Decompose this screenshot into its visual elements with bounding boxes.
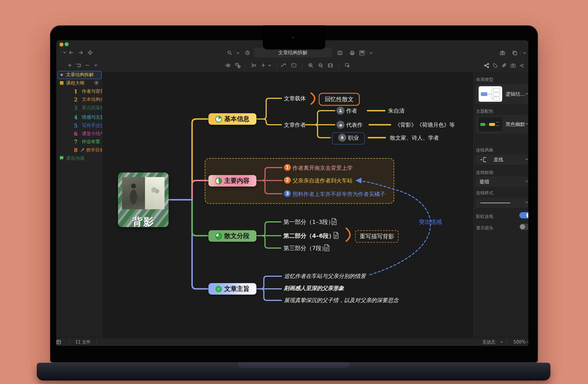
topic-basic-info[interactable]: 基本信息 xyxy=(208,113,256,125)
sidebar-item-1[interactable]: 1作者与背景介绍 xyxy=(56,88,102,95)
back-icon[interactable] xyxy=(68,50,74,55)
screenshot-camera-icon[interactable] xyxy=(500,50,505,56)
note-doc-icon[interactable] xyxy=(333,232,339,239)
note-doc-icon[interactable] xyxy=(324,244,330,251)
line-style-value: 直线 xyxy=(494,156,503,163)
sidebar-item-7[interactable]: 7作业布置 xyxy=(56,138,102,145)
theme-value: 黑色幽默 xyxy=(506,121,525,128)
idea-item-1[interactable]: 追忆作者在车站与父亲分别的情景 xyxy=(284,272,366,279)
window-zoom-button[interactable] xyxy=(65,42,69,46)
tab-image-icon[interactable] xyxy=(510,63,516,68)
idea-item-2[interactable]: 刻画感人至深的父亲形象 xyxy=(284,285,344,291)
tab-format-icon[interactable] xyxy=(484,63,490,68)
insert-topic-icon[interactable] xyxy=(225,62,231,68)
fit-to-screen-icon[interactable] xyxy=(327,62,333,68)
content-item-2[interactable]: 父亲亲自送作者到火车站 xyxy=(293,177,353,184)
state-selector[interactable]: 无状态 xyxy=(482,339,495,345)
search-options-chevron-icon[interactable] xyxy=(236,51,240,55)
sidebar-item-8[interactable]: 8 教学目标... xyxy=(56,147,102,153)
sheet-list-chevron-icon[interactable] xyxy=(94,64,98,67)
select-tool-icon[interactable] xyxy=(345,62,351,68)
sidebar-item-2[interactable]: 2文本结构分析 xyxy=(56,96,102,103)
line-pattern-card[interactable] xyxy=(476,198,528,208)
insert-element-plus-icon[interactable] xyxy=(261,63,266,68)
central-topic[interactable]: 背影 xyxy=(118,172,169,227)
zoom-level[interactable]: 500% xyxy=(513,339,526,345)
subtopic-occupation[interactable]: 职业 xyxy=(348,134,359,141)
sheet-tab-icon[interactable] xyxy=(76,63,81,68)
tab-tag-icon[interactable] xyxy=(492,63,498,68)
topic-essay-sections[interactable]: 散文分段 xyxy=(208,230,256,242)
layout-dropdown-chevron-icon[interactable] xyxy=(525,92,528,95)
line-style-chevron-icon[interactable] xyxy=(525,158,528,161)
tab-attachment-icon[interactable] xyxy=(502,63,507,68)
sidebar-item-6[interactable]: 6课堂小结与拓展 xyxy=(56,130,102,137)
rainbow-lines-toggle[interactable] xyxy=(519,212,528,218)
value-author-name[interactable]: 朱自清 xyxy=(388,107,405,114)
subtopic-author[interactable]: 作者 xyxy=(346,107,357,114)
sidebar-item-course-outline[interactable]: 课程大纲 8 xyxy=(56,80,102,87)
sheet-grid-icon[interactable] xyxy=(56,340,61,344)
remove-sheet-icon[interactable] xyxy=(85,63,90,68)
split-view-icon[interactable] xyxy=(337,50,343,56)
callout-memoir-essay[interactable]: 回忆性散文 xyxy=(319,93,360,106)
summary-icon[interactable] xyxy=(250,62,256,68)
sidebar-item-4[interactable]: 4情感与主题探讨 xyxy=(56,114,102,121)
sidebar-item-chat[interactable]: 课后沟通 xyxy=(56,155,102,162)
zoom-out-icon[interactable] xyxy=(318,62,324,68)
content-item-3[interactable]: 照料作者上车并不辞辛劳为作者买橘子 xyxy=(293,191,385,197)
show-arrows-toggle[interactable] xyxy=(519,224,528,230)
theme-card[interactable]: 黑色幽默 xyxy=(476,115,528,134)
duplicate-icon[interactable] xyxy=(512,50,518,56)
value-masterpieces[interactable]: 《背影》《荷塘月色》等 xyxy=(395,121,455,128)
print-icon[interactable] xyxy=(349,50,355,56)
insert-element-chevron-icon[interactable] xyxy=(268,64,271,67)
topic-main-idea[interactable]: ✓ 文章主旨 xyxy=(208,283,256,295)
sidebar-item-3[interactable]: 3重点段落精读 xyxy=(56,104,102,111)
add-sheet-icon[interactable] xyxy=(67,63,72,68)
state-chevron-icon[interactable] xyxy=(500,341,503,344)
status-bar: 11 文件 无状态 500% xyxy=(56,338,528,346)
note-doc-icon[interactable] xyxy=(331,218,337,225)
subtopic-article-carrier[interactable]: 文章载体 xyxy=(284,95,306,102)
author-sketch xyxy=(145,177,165,209)
sheet-switch-chevron-icon[interactable] xyxy=(63,51,67,55)
section-3[interactable]: 第三部分（7段） xyxy=(283,245,327,251)
star-icon: ★ xyxy=(60,72,63,77)
callout-rewrite-back[interactable]: 重写描写背影 xyxy=(355,230,399,243)
search-icon[interactable] xyxy=(227,50,232,55)
window-menu-chevron-icon[interactable] xyxy=(523,51,526,55)
boundary-icon[interactable] xyxy=(291,62,297,68)
idea-item-3[interactable]: 展现真挚深沉的父子情，以及对父亲的深要思念 xyxy=(284,297,399,304)
mindmap-canvas[interactable]: 背影 基本信息 文章载体 回忆性散文 文章作者 作者 朱自清 代表作 《背影》《… xyxy=(102,72,472,338)
insert-subtopic-icon[interactable] xyxy=(235,62,241,68)
zoom-in-icon[interactable] xyxy=(308,62,314,68)
line-pattern-chevron-icon[interactable] xyxy=(525,201,528,204)
subtopic-article-author[interactable]: 文章作者 xyxy=(284,121,306,128)
theme-dropdown-chevron-icon[interactable] xyxy=(525,122,528,126)
section-2[interactable]: 第二部分（4–6段） xyxy=(283,232,334,239)
layout-type-card[interactable]: 逻辑结... xyxy=(476,84,528,104)
content-item-1[interactable]: 作者离开南京去背景上学 xyxy=(293,164,353,171)
forward-icon[interactable] xyxy=(78,50,84,55)
sidebar-item-current-map[interactable]: ★ 文章结构拆解 xyxy=(56,71,102,78)
lid-groove xyxy=(238,363,350,368)
relationship-label[interactable]: 突出情感 xyxy=(419,218,442,226)
zoom-chevron-icon[interactable] xyxy=(527,341,528,344)
locate-center-icon[interactable] xyxy=(87,50,93,55)
window-minimize-button[interactable] xyxy=(59,43,63,47)
line-style-card[interactable]: 直线 xyxy=(476,155,528,165)
line-width-value: 最细 xyxy=(479,178,489,185)
line-width-chevron-icon[interactable] xyxy=(525,180,528,183)
line-width-card[interactable]: 最细 xyxy=(476,176,528,187)
tab-share-icon[interactable] xyxy=(519,63,525,68)
markdown-export-icon[interactable]: M xyxy=(359,50,365,56)
export-chevron-icon[interactable] xyxy=(369,51,373,55)
value-occupation[interactable]: 散文家、诗人、学者 xyxy=(390,134,439,141)
sidebar-item-5[interactable]: 5写作手法赏析 xyxy=(56,122,102,129)
section-1[interactable]: 第一部分（1–3段） xyxy=(283,218,334,225)
relationship-icon[interactable] xyxy=(281,62,287,68)
subtopic-masterpieces[interactable]: 代表作 xyxy=(346,121,363,128)
history-icon[interactable] xyxy=(245,50,250,56)
topic-main-content[interactable]: 主要内容 xyxy=(208,175,256,187)
